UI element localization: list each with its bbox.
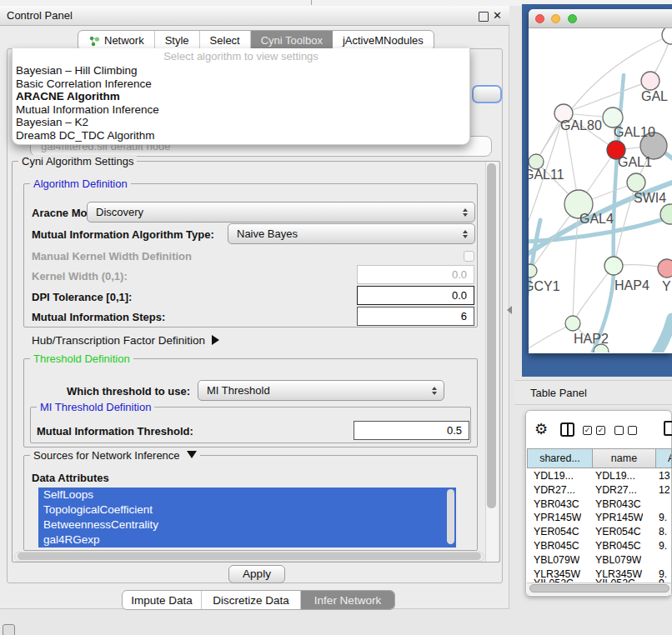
dropdown-item-dream8[interactable]: Dream8 DC_TDC Algorithm [13,129,469,142]
table-row[interactable]: YER054C [534,526,579,538]
table-cell[interactable]: YBL079W [595,554,641,566]
spinner-arrows-icon [463,208,468,217]
table-row[interactable]: YBR045C [534,540,579,552]
mi-steps-label: Mutual Information Steps: [32,311,165,323]
dropdown-item-aracne[interactable]: ARACNE Algorithm [13,90,469,103]
zoom-traffic-light-icon[interactable] [568,14,577,23]
dropdown-item-bayesian-k2[interactable]: Bayesian – K2 [13,116,469,129]
spinner-arrows-icon [463,230,468,238]
node-label: GAL1 [618,155,652,169]
apply-button[interactable]: Apply [228,565,285,583]
table-cell[interactable]: YER054C [595,526,641,538]
mi-steps-field[interactable]: 6 [357,307,474,326]
column-header-shared-name[interactable]: shared... [527,448,593,468]
node-hap4[interactable] [604,257,623,275]
table-hscrollbar-thumb[interactable] [529,584,669,592]
table-row[interactable]: YBL079W [534,554,579,566]
dropdown-item-bayesian-hill-climbing[interactable]: Bayesian – Hill Climbing [13,64,469,78]
checked-checkbox-icon[interactable]: ✓ [583,426,592,435]
close-traffic-light-icon[interactable] [535,14,544,23]
node-swi4[interactable] [627,173,645,192]
aracne-mode-select[interactable]: Discovery [87,202,475,222]
node-gal-partial[interactable] [641,72,659,90]
settings-hscrollbar-thumb[interactable] [18,552,481,560]
node-hap2[interactable] [565,316,580,331]
node-label: GAL11 [529,168,564,182]
tab-impute-data[interactable]: Impute Data [123,591,202,609]
split-columns-icon[interactable] [560,422,574,437]
checked-checkbox-icon[interactable]: ✓ [596,426,605,435]
unchecked-checkbox-icon[interactable] [614,426,624,435]
dropdown-item-basic-correlation[interactable]: Basic Correlation Inference [13,78,469,91]
kernel-width-field[interactable]: 0.0 [357,265,474,284]
column-header-partial[interactable]: A [656,448,672,468]
float-window-icon[interactable] [479,12,489,22]
table-cell[interactable]: 12 [659,484,670,496]
mi-threshold-field[interactable]: 0.5 [354,421,469,440]
node-label: HAP4 [614,278,649,292]
inference-algorithm-combobox-partial[interactable] [472,85,502,103]
tab-cyni-toolbox[interactable]: Cyni Toolbox [251,31,333,50]
table-cell[interactable]: 9. [659,512,667,523]
mi-algorithm-type-select[interactable]: Naive Bayes [228,223,475,244]
table-cell[interactable]: YDR27... [595,484,637,496]
network-canvas[interactable]: GAL GAL80 GAL10 GAL1 GAL11 GAL4 SWI4 GCY… [529,28,672,352]
unchecked-checkbox-icon[interactable] [628,426,637,435]
tab-network[interactable]: Network [78,31,155,50]
dpi-tolerance-label: DPI Tolerance [0,1]: [32,291,132,303]
mi-threshold-group-title: MI Threshold Definition [37,401,154,413]
minimize-traffic-light-icon[interactable] [551,14,560,23]
spinner-arrows-icon [432,387,437,395]
table-cell[interactable]: YDL19... [595,470,635,482]
column-header-name[interactable]: name [593,448,656,468]
network-node-labels: GAL GAL80 GAL10 GAL1 GAL11 GAL4 SWI4 GCY… [529,89,671,346]
close-icon[interactable]: ✕ [493,9,502,22]
table-row[interactable]: YDL19... [534,470,574,482]
algorithm-dropdown-popup: Select algorithm to view settings Bayesi… [12,48,470,145]
hub-definition-expander[interactable]: Hub/Transcription Factor Definition [32,334,219,347]
dropdown-item-mutual-information[interactable]: Mutual Information Inference [13,103,469,117]
table-row[interactable]: YDR27... [534,484,575,496]
list-item[interactable]: BetweennessCentrality [38,518,456,532]
docked-panel-icon[interactable] [3,624,15,635]
node-label: GAL80 [560,118,602,132]
tab-select[interactable]: Select [200,31,251,50]
table-panel-title: Table Panel [530,387,587,399]
tab-jactivemnodules[interactable]: jActiveMNodules [333,31,434,50]
list-item[interactable]: gal4RGexp [38,532,456,548]
tab-discretize-data[interactable]: Discretize Data [202,591,301,609]
control-panel-title: Control Panel [7,9,73,22]
manual-kernel-width-label: Manual Kernel Width Definition [32,250,192,262]
mi-algorithm-type-label: Mutual Information Algorithm Type: [32,228,214,241]
page-icon[interactable] [664,421,672,436]
node-gcy1[interactable] [529,264,537,278]
attributes-list-scrollbar-thumb[interactable] [447,489,454,544]
manual-kernel-width-checkbox[interactable] [464,251,474,262]
table-cell[interactable]: 13 [659,470,670,482]
node-label: GAL4 [579,212,614,226]
node-partial-top[interactable] [662,28,672,44]
node-salmon[interactable] [658,259,672,278]
network-window-titlebar[interactable] [529,9,672,28]
which-threshold-select[interactable]: MI Threshold [198,380,444,401]
settings-scrollbar-thumb[interactable] [487,163,496,508]
table-row[interactable]: YPR145W [534,512,581,523]
panel-splitter-arrow-icon[interactable] [507,306,512,314]
data-attributes-list[interactable]: SelfLoops TopologicalCoefficient Between… [38,488,456,548]
threshold-definition-title: Threshold Definition [30,352,133,365]
table-cell[interactable]: YBR043C [595,498,641,510]
tab-style[interactable]: Style [155,31,200,50]
table-cell[interactable]: YBR045C [595,540,641,552]
sources-group-title[interactable]: Sources for Network Inference [30,449,200,462]
gear-icon[interactable]: ⚙ [534,422,548,437]
list-item[interactable]: TopologicalCoefficient [38,502,456,518]
table-cell[interactable]: YPR145W [595,512,643,523]
dropdown-prompt: Select algorithm to view settings [13,48,469,64]
table-cell[interactable]: 8. [659,526,667,538]
dpi-tolerance-field[interactable]: 0.0 [357,286,474,305]
list-item[interactable]: SelfLoops [38,488,456,502]
table-cell[interactable]: 9. [659,540,667,552]
table-row[interactable]: YBR043C [534,498,579,510]
collapse-down-icon [187,451,197,458]
tab-infer-network[interactable]: Infer Network [301,591,394,609]
